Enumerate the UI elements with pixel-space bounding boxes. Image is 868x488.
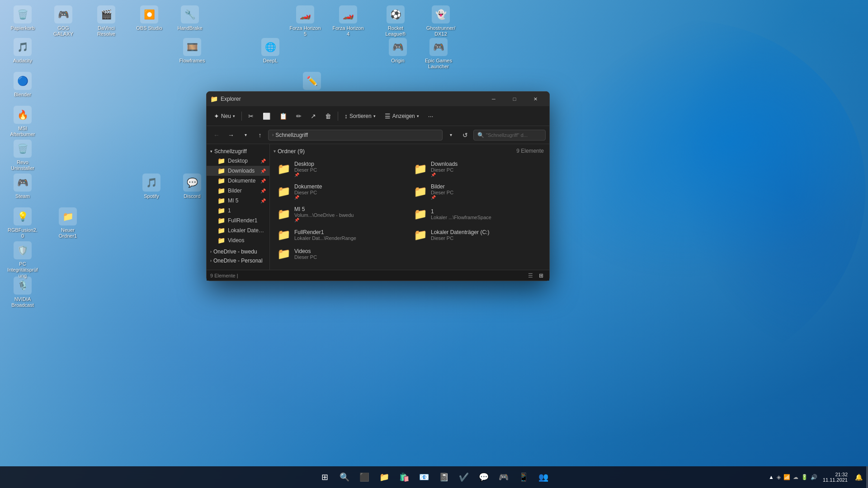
desktop-icon-papierkorb[interactable]: 🗑️ Papierkorb: [5, 4, 41, 33]
copy-icon: ⬜: [263, 113, 270, 120]
desktop-icon-discord[interactable]: 💬 Discord: [174, 172, 210, 201]
icon-image-revo: 🗑️: [14, 140, 32, 158]
folder-item-bilder[interactable]: 📁 Bilder Dieser PC 📌: [410, 181, 546, 202]
list-view-button[interactable]: ☰: [526, 271, 535, 280]
new-button[interactable]: ✦ Neu ▾: [210, 109, 239, 123]
grid-view-button[interactable]: ⊞: [537, 271, 546, 280]
icon-label-davinci: DaVinci Resolve: [90, 25, 123, 37]
desktop-icon-neuerordner[interactable]: 📁 Neuer Ordner1: [50, 206, 86, 241]
close-button[interactable]: ✕: [525, 92, 546, 106]
folder-info: MI 5 Volum...\OneDrive - bwedu 📌: [294, 206, 354, 222]
folder-item-1[interactable]: 📁 1 Lokaler ...\FlowframeSpace: [410, 203, 546, 225]
desktop-icon-rgbfusion[interactable]: 💡 RGBFusion2.0: [5, 206, 41, 241]
desktop-icon-forza4[interactable]: 🏎️ Forza Horizon 4: [330, 4, 366, 39]
desktop-icon-audacity[interactable]: 🎵 Audacity: [5, 36, 41, 66]
more-button[interactable]: ···: [425, 109, 437, 123]
desktop-icon-rocket[interactable]: ⚽ Rocket League®: [377, 4, 414, 39]
desktop-icon-deepl[interactable]: 🌐 DeepL: [252, 36, 288, 66]
chevron-up-icon[interactable]: ▲: [769, 474, 774, 480]
sort-button[interactable]: ↕ Sortieren ▾: [341, 109, 379, 123]
paste-button[interactable]: 📋: [276, 109, 291, 123]
cloud-icon[interactable]: ☁: [793, 474, 798, 480]
rename-button[interactable]: ✏: [292, 109, 305, 123]
desktop-icon-blender[interactable]: 🔵 Blender: [5, 70, 41, 99]
folder-location: Dieser PC: [294, 190, 322, 195]
desktop-icon-davinci[interactable]: 🎬 DaVinci Resolve: [88, 4, 124, 39]
icon-image-discord: 💬: [183, 174, 201, 192]
taskbar-btn-todo[interactable]: ✔️: [455, 468, 473, 486]
view-button[interactable]: ☰ Anzeigen ▾: [381, 109, 423, 123]
taskbar-btn-phone[interactable]: 📱: [514, 468, 533, 486]
sidebar-item-1[interactable]: 📁 1: [207, 206, 269, 216]
taskbar-btn-explorer[interactable]: 📁: [375, 468, 393, 486]
address-path[interactable]: › Schnellzugriff: [268, 130, 443, 141]
sort-label: Sortieren: [349, 113, 372, 119]
onedrive-personal-header[interactable]: › OneDrive - Personal: [207, 256, 269, 265]
sidebar-item-dokumente[interactable]: 📁 Dokumente 📌: [207, 176, 269, 186]
sidebar-item-videos[interactable]: 📁 Videos: [207, 235, 269, 245]
icon-label-blender: Blender: [14, 92, 31, 98]
taskbar-btn-whatsapp[interactable]: 💬: [475, 468, 493, 486]
desktop-icon-forza5[interactable]: 🏎️ Forza Horizon 5: [287, 4, 323, 39]
folder-item-fullrender1[interactable]: 📁 FullRender1 Lokaler Dat...\RenderRange: [274, 226, 409, 244]
taskbar-btn-start[interactable]: ⊞: [316, 468, 334, 486]
history-button[interactable]: ▾: [239, 129, 252, 141]
taskbar-btn-task-view[interactable]: ⬛: [355, 468, 373, 486]
folder-item-downloads[interactable]: 📁 Downloads Dieser PC 📌: [410, 158, 546, 180]
folder-info: Dokumente Dieser PC 📌: [294, 183, 322, 200]
desktop-icon-revo[interactable]: 🗑️ Revo Uninstaller: [5, 138, 41, 173]
minimize-button[interactable]: ─: [483, 92, 504, 106]
sidebar-item-label: 1: [228, 207, 266, 214]
folder-item-desktop[interactable]: 📁 Desktop Dieser PC 📌: [274, 158, 409, 180]
sidebar-item-fullrender1[interactable]: 📁 FullRender1: [207, 216, 269, 225]
cut-button[interactable]: ✂: [245, 109, 257, 123]
taskbar-btn-onenote[interactable]: 📓: [435, 468, 453, 486]
desktop-icon-obs[interactable]: ⏺️ OBS Studio: [131, 4, 167, 33]
share-button[interactable]: ↗: [307, 109, 320, 123]
maximize-button[interactable]: □: [504, 92, 525, 106]
desktop-icon-spotify[interactable]: 🎵 Spotify: [133, 172, 170, 201]
back-button[interactable]: ←: [210, 129, 223, 141]
desktop-icon-flowframes[interactable]: 🎞️ Flowframes: [174, 36, 210, 66]
sidebar-item-downloads[interactable]: 📁 Downloads 📌: [207, 166, 269, 176]
sidebar-item-bilder[interactable]: 📁 Bilder 📌: [207, 186, 269, 196]
folder-item-dokumente[interactable]: 📁 Dokumente Dieser PC 📌: [274, 181, 409, 202]
desktop-icon-epic[interactable]: 🎮 Epic Games Launcher: [420, 36, 457, 71]
share-icon: ↗: [311, 113, 316, 120]
taskbar-btn-store[interactable]: 🛍️: [395, 468, 413, 486]
show-desktop-button[interactable]: [866, 466, 868, 488]
sidebar-item-desktop[interactable]: 📁 Desktop 📌: [207, 156, 269, 166]
desktop-icon-msi[interactable]: 🔥 MSI Afterburner: [5, 104, 41, 139]
desktop-icon-god-galaxy[interactable]: 🎮 GOG GALAXY: [45, 4, 81, 39]
sidebar-item-mi-5[interactable]: 📁 MI 5 📌: [207, 196, 269, 206]
desktop-icon-steam[interactable]: 🎮 Steam: [5, 172, 41, 201]
refresh-button[interactable]: ↺: [459, 129, 472, 141]
desktop-icon-ghost[interactable]: 👻 Ghostrunner/DX12: [423, 4, 459, 39]
folder-item-mi-5[interactable]: 📁 MI 5 Volum...\OneDrive - bwedu 📌: [274, 203, 409, 225]
taskbar-btn-mail[interactable]: 📧: [415, 468, 433, 486]
taskbar-btn-teams[interactable]: 👥: [534, 468, 552, 486]
sidebar-item-label: MI 5: [228, 197, 258, 204]
desktop-icon-origin[interactable]: 🎮 Origin: [380, 36, 416, 66]
volume-icon[interactable]: 🔊: [811, 474, 817, 480]
folder-location: Volum...\OneDrive - bwedu: [294, 212, 354, 218]
up-button[interactable]: ↑: [254, 129, 266, 141]
notification-button[interactable]: 🔔: [853, 474, 864, 481]
copy-button[interactable]: ⬜: [259, 109, 274, 123]
desktop-icon-nvidia[interactable]: 🎙️ NVIDIA Broadcast: [5, 275, 41, 310]
folder-item-lokaler-datentr-ger--c--[interactable]: 📁 Lokaler Datenträger (C:) Dieser PC: [410, 226, 546, 244]
quick-access-header[interactable]: ▾ Schnellzugriff: [207, 147, 269, 156]
forward-button[interactable]: →: [225, 129, 237, 141]
taskbar-btn-search[interactable]: 🔍: [335, 468, 354, 486]
onedrive-bwedu-header[interactable]: › OneDrive - bwedu: [207, 247, 269, 256]
search-box[interactable]: 🔍 "Schnellzugriff" d...: [473, 130, 546, 141]
delete-button[interactable]: 🗑: [321, 109, 335, 123]
sidebar-item-lokaler-datentr-ger--c--[interactable]: 📁 Lokaler Datenträger (C:): [207, 225, 269, 235]
icon-image-davinci: 🎬: [97, 5, 115, 23]
folder-item-videos[interactable]: 📁 Videos Dieser PC: [274, 245, 409, 263]
desktop-icon-handbrake[interactable]: 🔧 HandBrake: [172, 4, 208, 33]
taskbar-clock[interactable]: 21:32 11.11.2021: [819, 470, 851, 484]
address-dropdown[interactable]: ▾: [444, 129, 457, 141]
taskbar-btn-xbox[interactable]: 🎮: [495, 468, 513, 486]
network-icon[interactable]: 📶: [783, 474, 790, 480]
